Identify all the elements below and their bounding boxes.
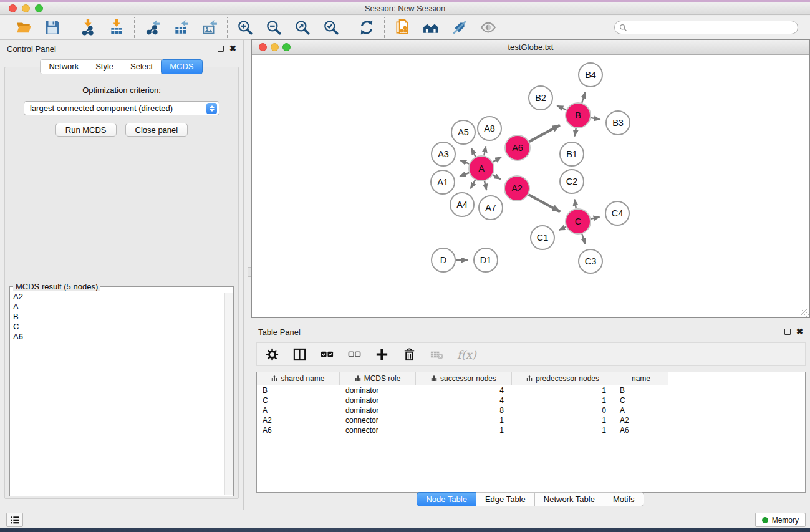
zoom-out-button[interactable]	[264, 18, 283, 37]
mcds-result-item[interactable]: B	[13, 312, 232, 322]
window-resize-grip[interactable]	[801, 309, 809, 317]
node-B4[interactable]: B4	[579, 63, 602, 87]
edge-B-B2[interactable]	[557, 105, 566, 110]
result-scrollbar[interactable]	[224, 293, 233, 495]
export-image-button[interactable]	[200, 18, 219, 37]
node-A3[interactable]: A3	[432, 142, 455, 166]
run-mcds-button[interactable]: Run MCDS	[55, 123, 117, 137]
mcds-result-item[interactable]: A2	[13, 292, 232, 302]
edge-A-A3[interactable]	[460, 160, 469, 163]
node-D1[interactable]: D1	[474, 248, 498, 272]
column-header-successor-nodes[interactable]: successor nodes	[416, 372, 512, 385]
node-A8[interactable]: A8	[478, 117, 501, 140]
search-field[interactable]	[614, 21, 798, 34]
delete-column-trash-icon[interactable]	[402, 347, 417, 362]
node-A5[interactable]: A5	[451, 120, 475, 144]
column-header-predecessor-nodes[interactable]: predecessor nodes	[512, 372, 614, 385]
node-D[interactable]: D	[432, 248, 455, 272]
tab-select[interactable]: Select	[122, 59, 162, 74]
hide-labels-button[interactable]	[450, 18, 469, 37]
export-network-button[interactable]	[143, 18, 162, 37]
edge-B-B3[interactable]	[591, 118, 600, 120]
column-header-shared-name[interactable]: shared name	[257, 372, 340, 385]
edge-A-A4[interactable]	[471, 180, 475, 189]
mcds-result-item[interactable]: A	[13, 302, 232, 312]
memory-button[interactable]: Memory	[755, 513, 806, 527]
edge-A-A1[interactable]	[460, 173, 469, 176]
node-C[interactable]: C	[566, 209, 591, 234]
edge-A-A2[interactable]	[493, 175, 501, 179]
node-A1[interactable]: A1	[431, 170, 455, 194]
zoom-selected-button[interactable]	[322, 18, 340, 37]
node-A[interactable]: A	[469, 156, 494, 181]
edge-A6-B[interactable]	[529, 125, 560, 142]
tab-style[interactable]: Style	[87, 59, 122, 74]
close-panel-button[interactable]: Close panel	[125, 123, 188, 137]
tab-network[interactable]: Network	[40, 59, 87, 74]
table-row[interactable]: A2connector11A2	[257, 415, 805, 425]
edge-A-A6[interactable]	[493, 157, 501, 162]
function-builder-icon[interactable]: f(x)	[457, 348, 476, 361]
deselect-all-columns-icon[interactable]	[347, 347, 362, 362]
network-canvas[interactable]: B4B2BB3B1A5A8A6A3AA1C2A2A4A7C4CC1C3DD1	[252, 55, 809, 317]
tab-motifs[interactable]: Motifs	[604, 492, 644, 506]
node-B2[interactable]: B2	[529, 86, 552, 110]
edge-A-A8[interactable]	[484, 146, 486, 155]
table-row[interactable]: A6connector11A6	[257, 425, 805, 435]
edge-B-B1[interactable]	[575, 128, 576, 137]
edge-C-C2[interactable]	[575, 200, 576, 209]
table-settings-gear-icon[interactable]	[265, 347, 279, 362]
select-all-columns-icon[interactable]	[320, 347, 334, 362]
network-file-button[interactable]	[393, 18, 412, 37]
tab-mcds[interactable]: MCDS	[161, 59, 202, 74]
edge-A2-C[interactable]	[529, 195, 561, 211]
edge-A-A7[interactable]	[485, 181, 486, 190]
node-A7[interactable]: A7	[479, 196, 503, 220]
table-row[interactable]: Cdominator41C	[257, 395, 805, 405]
node-C4[interactable]: C4	[605, 201, 629, 225]
column-header-name[interactable]: name	[614, 372, 668, 385]
show-panels-button[interactable]	[6, 513, 23, 527]
float-panel-icon[interactable]	[218, 46, 224, 52]
node-B1[interactable]: B1	[560, 142, 584, 166]
edge-B-B4[interactable]	[582, 92, 585, 103]
mcds-result-item[interactable]: A6	[13, 332, 232, 342]
node-C2[interactable]: C2	[560, 170, 584, 193]
export-table-button[interactable]	[171, 18, 190, 37]
show-graphics-button[interactable]	[479, 18, 498, 37]
node-A2[interactable]: A2	[504, 176, 529, 201]
home-button[interactable]	[422, 18, 440, 37]
column-header-mcds-role[interactable]: MCDS role	[340, 372, 416, 385]
tab-network-table[interactable]: Network Table	[534, 492, 604, 506]
import-table-button[interactable]	[107, 18, 126, 37]
show-columns-icon[interactable]	[292, 347, 307, 362]
node-C3[interactable]: C3	[579, 249, 602, 273]
edge-C-C4[interactable]	[591, 217, 600, 219]
node-C1[interactable]: C1	[531, 226, 554, 249]
node-B3[interactable]: B3	[606, 111, 630, 135]
close-table-panel-icon[interactable]: ✖	[796, 329, 803, 335]
import-network-button[interactable]	[79, 18, 97, 37]
refresh-button[interactable]	[357, 18, 376, 37]
criterion-select[interactable]: largest connected component (directed)	[24, 101, 219, 115]
tab-node-table[interactable]: Node Table	[417, 492, 476, 506]
zoom-in-button[interactable]	[236, 18, 254, 37]
node-A4[interactable]: A4	[450, 193, 474, 216]
zoom-fit-button[interactable]	[293, 18, 312, 37]
open-session-button[interactable]	[14, 18, 33, 37]
edge-A-A5[interactable]	[471, 148, 476, 157]
network-graph[interactable]: B4B2BB3B1A5A8A6A3AA1C2A2A4A7C4CC1C3DD1	[252, 55, 809, 317]
tab-edge-table[interactable]: Edge Table	[476, 492, 535, 506]
node-A6[interactable]: A6	[505, 135, 530, 160]
search-input[interactable]	[630, 23, 793, 32]
float-table-panel-icon[interactable]	[784, 329, 791, 335]
mcds-result-item[interactable]: C	[13, 322, 232, 332]
save-session-button[interactable]	[43, 18, 62, 37]
delete-table-icon[interactable]	[430, 347, 444, 362]
table-row[interactable]: Adominator80A	[257, 405, 805, 415]
edge-C-C3[interactable]	[582, 234, 585, 244]
edge-C-C1[interactable]	[559, 227, 566, 230]
table-row[interactable]: Bdominator41B	[257, 385, 805, 395]
create-column-plus-icon[interactable]	[375, 347, 389, 362]
close-panel-icon[interactable]: ✖	[229, 46, 236, 52]
